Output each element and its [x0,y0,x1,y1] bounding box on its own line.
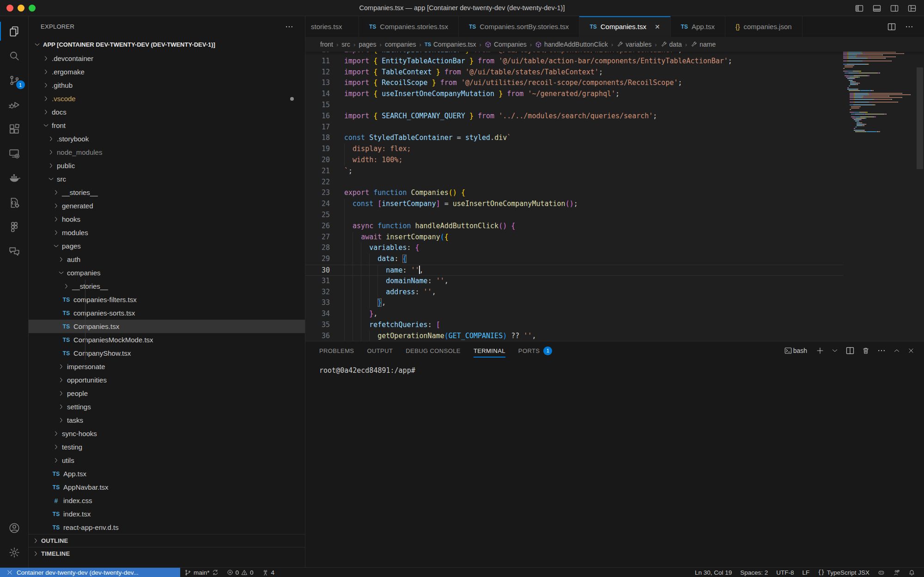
activity-comments-button[interactable] [0,239,29,264]
code-line-25[interactable]: 25 [305,210,843,221]
tree-item-generated[interactable]: generated [29,199,305,213]
code-line-12[interactable]: 12import { TableContext } from '@/ui/tab… [305,67,843,78]
tree-item-front[interactable]: front [29,119,305,132]
breadcrumb-item-handleaddbuttonclick[interactable]: handleAddButtonClick [535,41,608,48]
terminal[interactable]: root@0a42ecd84891:/app# [305,360,924,567]
editor-scrollbar[interactable] [916,52,924,341]
code-line-17[interactable]: 17 [305,122,843,133]
breadcrumb-item-variables[interactable]: variables [616,41,651,48]
activity-extensions-button[interactable] [0,117,29,141]
code-line-16[interactable]: 16import { SEARCH_COMPANY_QUERY } from '… [305,111,843,122]
code-line-13[interactable]: 13import { RecoilScope } from '@/ui/util… [305,78,843,89]
code-line-23[interactable]: 23export function Companies() { [305,188,843,199]
activity-explorer-button[interactable] [0,19,29,43]
tree-item-react-app-env-d-ts[interactable]: TSreact-app-env.d.ts [29,521,305,534]
code-line-34[interactable]: 34 }, [305,309,843,320]
tree-item-impersonate[interactable]: impersonate [29,360,305,373]
tree-item-companies[interactable]: companies [29,266,305,279]
kill-terminal-button[interactable] [862,346,870,355]
tree-item-companies-sorts-tsx[interactable]: TScompanies-sorts.tsx [29,306,305,320]
activity-search-button[interactable] [0,43,29,68]
terminal-shell-selector[interactable]: bash [784,346,809,355]
panel-tab-debug-console[interactable]: DEBUG CONSOLE [406,341,461,360]
split-terminal-button[interactable] [845,346,855,355]
split-editor-button[interactable] [887,22,896,31]
code-line-29[interactable]: 29 data: { [305,254,843,265]
code-line-32[interactable]: 32 address: '', [305,287,843,298]
panel-tab-problems[interactable]: PROBLEMS [319,341,354,360]
close-window-button[interactable] [6,5,13,12]
code-line-22[interactable]: 22 [305,177,843,188]
notifications-status[interactable] [904,569,919,576]
code-line-14[interactable]: 14import { useInsertOneCompanyMutation }… [305,89,843,100]
activity-accounts-button[interactable] [0,516,29,540]
tree-item-auth[interactable]: auth [29,253,305,266]
code-line-27[interactable]: 27 await insertCompany({ [305,232,843,243]
panel-tab-terminal[interactable]: TERMINAL [474,341,505,360]
eol-status[interactable]: LF [798,569,814,576]
tree-item-settings[interactable]: settings [29,400,305,413]
code-line-18[interactable]: 18const StyledTableContainer = styled.di… [305,133,843,144]
tree-item-index-tsx[interactable]: TSindex.tsx [29,507,305,521]
tree-item-modules[interactable]: modules [29,226,305,239]
tree-item--devcontainer[interactable]: .devcontainer [29,52,305,65]
close-panel-button[interactable] [907,347,915,354]
tree-item-public[interactable]: public [29,159,305,172]
tree-item-node-modules[interactable]: node_modules [29,146,305,159]
breadcrumb-item-name[interactable]: name [690,41,716,48]
activity-source-control-button[interactable]: 1 [0,68,29,92]
tree-item-utils[interactable]: utils [29,454,305,467]
tree-item-index-css[interactable]: #index.css [29,494,305,507]
tab-companies-stories-tsx[interactable]: TSCompanies.stories.tsx [359,16,459,37]
ports-status[interactable]: 4 [258,568,279,577]
breadcrumb-item-companies[interactable]: companies [385,41,416,48]
code-line-30[interactable]: 30 name: '', [305,265,843,276]
editor-scrollbar-thumb[interactable] [917,67,923,169]
breadcrumb-item-src[interactable]: src [341,41,350,48]
breadcrumb-item-companies-tsx[interactable]: TSCompanies.tsx [425,41,476,48]
tree-item-companies-tsx[interactable]: TSCompanies.tsx [29,320,305,333]
activity-docker-button[interactable] [0,166,29,190]
terminal-profile-dropdown[interactable] [831,347,839,354]
code-line-20[interactable]: 20 width: 100%; [305,155,843,166]
tree-item--storybook[interactable]: .storybook [29,132,305,146]
tree-item-testing[interactable]: testing [29,440,305,454]
tab-companies-tsx[interactable]: TSCompanies.tsx✕ [579,16,670,37]
tree-item-tasks[interactable]: tasks [29,413,305,427]
minimap[interactable] [843,52,916,341]
cursor-position-status[interactable]: Ln 30, Col 19 [691,569,736,576]
maximize-panel-button[interactable] [893,347,900,354]
remote-indicator[interactable]: Container dev-twenty-dev (dev-twenty-dev… [0,568,180,577]
code-line-15[interactable]: 15 [305,100,843,111]
code-line-11[interactable]: 11import { EntityTableActionBar } from '… [305,56,843,67]
tree-item-pages[interactable]: pages [29,239,305,253]
branch-status[interactable]: main* [180,568,223,577]
code-line-21[interactable]: 21`; [305,166,843,177]
toggle-primary-sidebar-button[interactable] [855,4,864,13]
workspace-section-header[interactable]: APP [CONTAINER DEV-TWENTY-DEV (DEV-TWENT… [29,37,305,52]
encoding-status[interactable]: UTF-8 [772,569,798,576]
tree-item--github[interactable]: .github [29,79,305,92]
toggle-secondary-sidebar-button[interactable] [890,4,899,13]
copilot-status[interactable] [874,569,889,576]
breadcrumb-item-pages[interactable]: pages [359,41,376,48]
code-line-35[interactable]: 35 refetchQueries: [ [305,320,843,331]
code-scroll-area[interactable]: 10import { WithTopBarContainer } from '@… [305,52,843,341]
tab-app-tsx[interactable]: TSApp.tsx [671,16,725,37]
problems-status[interactable]: 0 0 [223,568,258,577]
tree-item-app-tsx[interactable]: TSApp.tsx [29,467,305,480]
minimize-window-button[interactable] [18,5,24,12]
code-line-33[interactable]: 33 }, [305,298,843,309]
feedback-status[interactable] [889,569,904,576]
tree-item--vscode[interactable]: .vscode [29,92,305,105]
code-line-24[interactable]: 24 const [insertCompany] = useInsertOneC… [305,199,843,210]
breadcrumb-item-data[interactable]: data [660,41,682,48]
close-tab-icon[interactable]: ✕ [655,23,660,30]
breadcrumb-item-front[interactable]: front [320,41,333,48]
tree-item-appnavbar-tsx[interactable]: TSAppNavbar.tsx [29,480,305,494]
activity-settings-gear-button[interactable] [0,540,29,565]
customize-layout-button[interactable] [907,4,917,13]
tree-item-opportunities[interactable]: opportunities [29,373,305,387]
code-line-36[interactable]: 36 getOperationName(GET_COMPANIES) ?? ''… [305,331,843,341]
section-header-timeline[interactable]: TIMELINE [29,547,305,560]
